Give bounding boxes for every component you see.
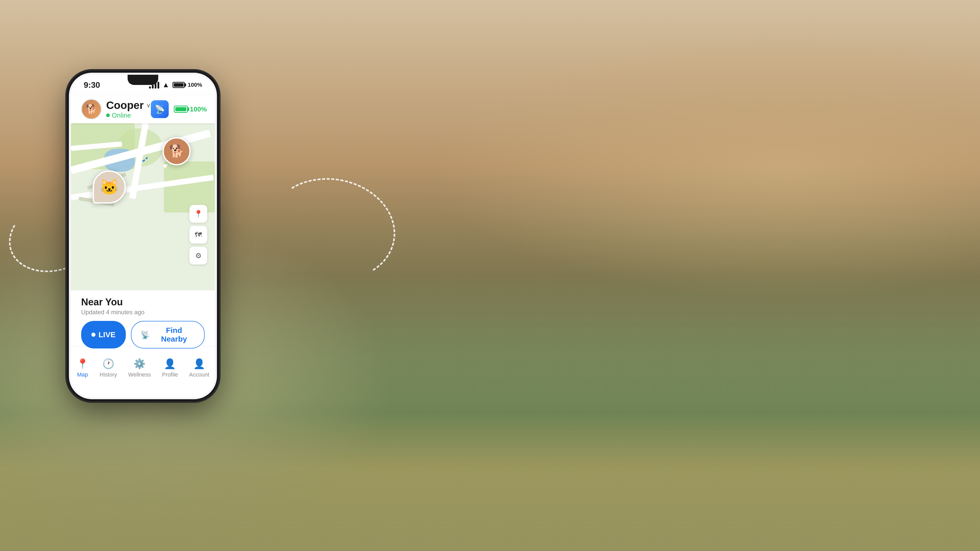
phone-screen: 9:30 ▲ 100%	[71, 75, 215, 397]
status-time: 9:30	[84, 80, 100, 90]
nav-item-history[interactable]: 🕐 History	[100, 358, 117, 378]
dog-location-marker: 🐕	[162, 137, 191, 168]
live-button[interactable]: LIVE	[81, 321, 126, 348]
wellness-nav-icon: ⚙️	[134, 358, 145, 369]
nav-item-map[interactable]: 📍 Map	[76, 358, 89, 378]
pet-avatar: 🐕	[81, 99, 102, 119]
layers-button[interactable]: 🗺	[189, 226, 207, 244]
device-battery-icon	[174, 106, 188, 113]
pet-info: 🐕 Cooper ∨ Online	[81, 99, 151, 119]
pet-details: Cooper ∨ Online	[106, 99, 151, 119]
header-right: 📡 100%	[151, 100, 207, 118]
find-nearby-label: Find Nearby	[153, 326, 195, 343]
live-button-label: LIVE	[99, 330, 116, 339]
battery-icon	[172, 82, 185, 88]
near-you-title: Near You	[81, 297, 205, 308]
marker-pin	[162, 165, 168, 168]
location-button[interactable]: 📍	[189, 205, 207, 223]
cat-avatar: 🐱	[93, 170, 126, 203]
signal-bar-1	[149, 86, 151, 89]
online-status-dot	[106, 114, 110, 117]
phone-mockup: 9:30 ▲ 100%	[69, 73, 217, 399]
account-nav-icon: 👤	[193, 358, 205, 369]
updated-text: Updated 4 minutes ago	[81, 309, 205, 316]
pet-name-row: Cooper ∨	[106, 99, 151, 111]
dropdown-arrow-icon[interactable]: ∨	[146, 102, 151, 109]
history-nav-icon: 🕐	[102, 358, 115, 369]
info-panel: Near You Updated 4 minutes ago LIVE 📡 Fi…	[71, 290, 215, 346]
action-buttons: LIVE 📡 Find Nearby	[81, 321, 205, 348]
nav-item-account[interactable]: 👤 Account	[189, 358, 210, 378]
battery-fill	[174, 83, 183, 87]
signal-bar-4	[158, 82, 159, 89]
profile-nav-icon: 👤	[164, 358, 176, 369]
signal-bar-2	[152, 85, 154, 89]
settings-map-button[interactable]: ⚙	[189, 247, 207, 265]
wifi-icon: ▲	[162, 81, 169, 89]
find-nearby-button[interactable]: 📡 Find Nearby	[131, 321, 205, 348]
map-controls: 📍 🗺 ⚙	[189, 205, 207, 265]
dog-avatar: 🐕	[162, 137, 191, 165]
battery-display: 100%	[174, 105, 207, 113]
app-header: 🐕 Cooper ∨ Online 📡	[71, 95, 215, 123]
signal-bar-3	[155, 83, 156, 89]
wellness-nav-label: Wellness	[128, 372, 151, 378]
map-nav-label: Map	[77, 372, 88, 378]
phone-notch	[127, 75, 158, 85]
account-nav-label: Account	[189, 372, 210, 378]
tracker-icon: 📡	[151, 100, 169, 118]
history-nav-label: History	[100, 372, 117, 378]
phone-body: 9:30 ▲ 100%	[69, 73, 217, 399]
nav-item-profile[interactable]: 👤 Profile	[162, 358, 178, 378]
nav-item-wellness[interactable]: ⚙️ Wellness	[128, 358, 151, 378]
profile-nav-label: Profile	[162, 372, 178, 378]
live-indicator-dot	[91, 333, 95, 337]
pet-name: Cooper	[106, 99, 144, 111]
map-nav-icon: 📍	[76, 358, 89, 369]
device-battery-percent: 100%	[190, 105, 207, 113]
device-battery-fill	[175, 107, 186, 111]
status-row: Online	[106, 111, 151, 119]
find-nearby-icon: 📡	[140, 330, 150, 339]
battery-percent: 100%	[188, 82, 202, 88]
bottom-nav: 📍 Map 🕐 History ⚙️ Wellness 👤 Profile 👤	[71, 346, 215, 397]
cat-location-marker: 🐱	[93, 170, 126, 203]
online-status-text: Online	[112, 111, 131, 119]
